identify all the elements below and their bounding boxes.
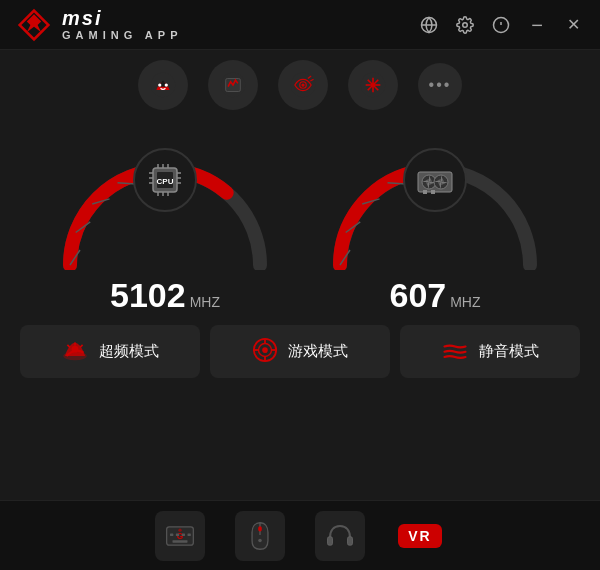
silent-mode-button[interactable]: 静音模式 [400, 325, 580, 378]
cpu-icon: CPU [133, 148, 197, 212]
settings-button[interactable] [454, 14, 476, 36]
svg-point-8 [158, 83, 161, 86]
silent-mode-label: 静音模式 [479, 342, 539, 361]
gpu-gauge: 607 MHZ [315, 130, 555, 315]
info-button[interactable] [490, 14, 512, 36]
more-dots-icon: ••• [429, 76, 452, 94]
svg-rect-85 [258, 526, 262, 531]
gaming-mode-label: 游戏模式 [288, 342, 348, 361]
bottom-keyboard-button[interactable]: G [155, 511, 205, 561]
svg-point-3 [463, 22, 468, 27]
cpu-value-row: 5102 MHZ [110, 272, 220, 315]
overclock-mode-label: 超频模式 [99, 342, 159, 361]
bottom-bar: G VR [0, 500, 600, 570]
nav-more-button[interactable]: ••• [418, 63, 462, 107]
svg-line-66 [67, 345, 70, 348]
cpu-value: 5102 [110, 276, 186, 315]
globe-button[interactable] [418, 14, 440, 36]
silent-icon [441, 339, 469, 364]
svg-rect-82 [188, 533, 191, 536]
app-logo: msi GAMING APP [16, 7, 183, 43]
nav-freeze[interactable] [348, 60, 398, 110]
mouse-icon [245, 521, 275, 551]
svg-rect-62 [431, 190, 435, 194]
svg-point-86 [258, 538, 262, 542]
vr-badge: VR [398, 524, 441, 548]
title-bar: msi GAMING APP − ✕ [0, 0, 600, 50]
nav-dragon[interactable] [138, 60, 188, 110]
main-content: CPU [0, 120, 600, 500]
gaming-icon: G [252, 337, 278, 366]
gpu-value: 607 [389, 276, 446, 315]
nav-eye[interactable] [278, 60, 328, 110]
bottom-mouse-button[interactable] [235, 511, 285, 561]
snowflake-icon [360, 72, 386, 98]
svg-line-67 [80, 345, 83, 348]
gpu-card-icon [413, 158, 457, 202]
activity-icon [220, 72, 246, 98]
cpu-gauge: CPU [45, 130, 285, 315]
mode-buttons: 超频模式 G 游戏模式 [20, 325, 580, 378]
overclock-mode-button[interactable]: 超频模式 [20, 325, 200, 378]
svg-rect-81 [182, 533, 185, 536]
svg-rect-88 [348, 536, 353, 544]
bottom-headset-button[interactable] [315, 511, 365, 561]
gpu-icon [403, 148, 467, 212]
app-name: msi GAMING APP [62, 7, 183, 41]
close-button[interactable]: ✕ [562, 14, 584, 36]
svg-rect-61 [423, 190, 427, 194]
minimize-button[interactable]: − [526, 14, 548, 36]
svg-rect-83 [173, 540, 188, 543]
svg-text:CPU: CPU [157, 177, 174, 186]
window-controls: − ✕ [418, 14, 584, 36]
bottom-vr-button[interactable]: VR [395, 511, 445, 561]
svg-rect-87 [328, 536, 333, 544]
svg-point-16 [301, 83, 304, 86]
nav-bar: ••• [0, 50, 600, 120]
eye-icon [290, 72, 316, 98]
svg-point-78 [178, 528, 181, 531]
nav-activity[interactable] [208, 60, 258, 110]
overclock-icon [61, 339, 89, 364]
cpu-chip-icon: CPU [143, 158, 187, 202]
svg-rect-79 [170, 533, 173, 536]
gpu-unit: MHZ [450, 294, 480, 310]
dragon-icon [150, 72, 176, 98]
keyboard-icon: G [165, 521, 195, 551]
vr-label: VR [408, 528, 431, 544]
msi-dragon-logo [16, 7, 52, 43]
gauges-row: CPU [20, 130, 580, 315]
gpu-value-row: 607 MHZ [389, 272, 480, 315]
svg-rect-80 [176, 533, 179, 536]
gaming-mode-button[interactable]: G 游戏模式 [210, 325, 390, 378]
cpu-unit: MHZ [190, 294, 220, 310]
svg-text:G: G [262, 347, 267, 354]
svg-point-22 [371, 83, 375, 87]
svg-point-9 [165, 83, 168, 86]
headset-icon [325, 521, 355, 551]
